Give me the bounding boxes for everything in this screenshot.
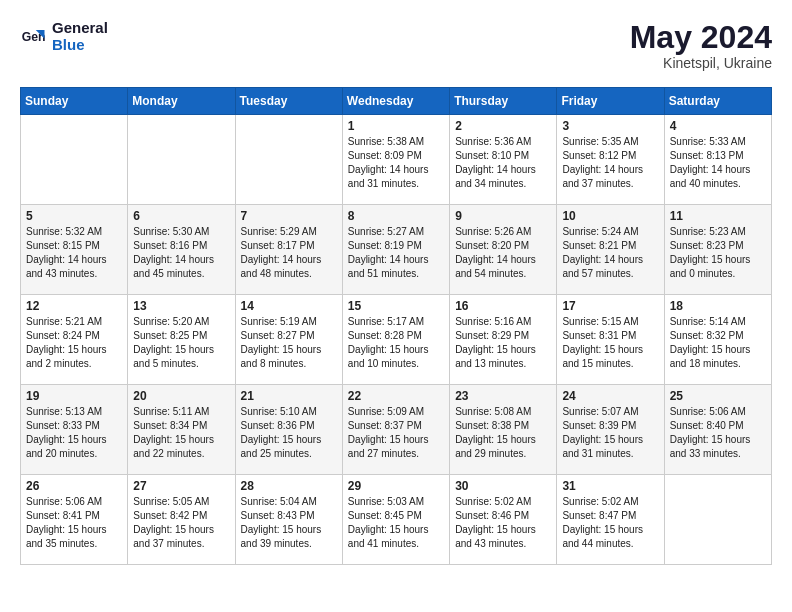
calendar-cell: 22Sunrise: 5:09 AM Sunset: 8:37 PM Dayli… xyxy=(342,385,449,475)
day-number: 15 xyxy=(348,299,444,313)
calendar-cell: 10Sunrise: 5:24 AM Sunset: 8:21 PM Dayli… xyxy=(557,205,664,295)
calendar-cell: 12Sunrise: 5:21 AM Sunset: 8:24 PM Dayli… xyxy=(21,295,128,385)
day-info: Sunrise: 5:33 AM Sunset: 8:13 PM Dayligh… xyxy=(670,135,766,191)
calendar-cell: 28Sunrise: 5:04 AM Sunset: 8:43 PM Dayli… xyxy=(235,475,342,565)
day-info: Sunrise: 5:26 AM Sunset: 8:20 PM Dayligh… xyxy=(455,225,551,281)
day-number: 24 xyxy=(562,389,658,403)
day-info: Sunrise: 5:30 AM Sunset: 8:16 PM Dayligh… xyxy=(133,225,229,281)
calendar-cell: 20Sunrise: 5:11 AM Sunset: 8:34 PM Dayli… xyxy=(128,385,235,475)
day-info: Sunrise: 5:27 AM Sunset: 8:19 PM Dayligh… xyxy=(348,225,444,281)
calendar-cell xyxy=(664,475,771,565)
calendar-cell: 3Sunrise: 5:35 AM Sunset: 8:12 PM Daylig… xyxy=(557,115,664,205)
day-number: 13 xyxy=(133,299,229,313)
day-info: Sunrise: 5:16 AM Sunset: 8:29 PM Dayligh… xyxy=(455,315,551,371)
day-number: 23 xyxy=(455,389,551,403)
day-info: Sunrise: 5:17 AM Sunset: 8:28 PM Dayligh… xyxy=(348,315,444,371)
day-info: Sunrise: 5:23 AM Sunset: 8:23 PM Dayligh… xyxy=(670,225,766,281)
day-info: Sunrise: 5:09 AM Sunset: 8:37 PM Dayligh… xyxy=(348,405,444,461)
day-number: 17 xyxy=(562,299,658,313)
calendar-week-row: 26Sunrise: 5:06 AM Sunset: 8:41 PM Dayli… xyxy=(21,475,772,565)
calendar-cell: 31Sunrise: 5:02 AM Sunset: 8:47 PM Dayli… xyxy=(557,475,664,565)
day-number: 31 xyxy=(562,479,658,493)
calendar-cell xyxy=(235,115,342,205)
day-number: 2 xyxy=(455,119,551,133)
day-number: 14 xyxy=(241,299,337,313)
day-info: Sunrise: 5:04 AM Sunset: 8:43 PM Dayligh… xyxy=(241,495,337,551)
weekday-header-friday: Friday xyxy=(557,88,664,115)
calendar-cell: 2Sunrise: 5:36 AM Sunset: 8:10 PM Daylig… xyxy=(450,115,557,205)
day-info: Sunrise: 5:06 AM Sunset: 8:41 PM Dayligh… xyxy=(26,495,122,551)
calendar-cell: 23Sunrise: 5:08 AM Sunset: 8:38 PM Dayli… xyxy=(450,385,557,475)
day-number: 29 xyxy=(348,479,444,493)
day-info: Sunrise: 5:35 AM Sunset: 8:12 PM Dayligh… xyxy=(562,135,658,191)
logo-icon: Gen xyxy=(20,23,48,51)
calendar-cell: 25Sunrise: 5:06 AM Sunset: 8:40 PM Dayli… xyxy=(664,385,771,475)
calendar-cell: 13Sunrise: 5:20 AM Sunset: 8:25 PM Dayli… xyxy=(128,295,235,385)
day-number: 3 xyxy=(562,119,658,133)
day-number: 21 xyxy=(241,389,337,403)
calendar-cell xyxy=(128,115,235,205)
calendar-cell: 7Sunrise: 5:29 AM Sunset: 8:17 PM Daylig… xyxy=(235,205,342,295)
calendar-cell: 9Sunrise: 5:26 AM Sunset: 8:20 PM Daylig… xyxy=(450,205,557,295)
day-number: 1 xyxy=(348,119,444,133)
day-info: Sunrise: 5:05 AM Sunset: 8:42 PM Dayligh… xyxy=(133,495,229,551)
calendar-cell: 27Sunrise: 5:05 AM Sunset: 8:42 PM Dayli… xyxy=(128,475,235,565)
day-info: Sunrise: 5:11 AM Sunset: 8:34 PM Dayligh… xyxy=(133,405,229,461)
day-info: Sunrise: 5:29 AM Sunset: 8:17 PM Dayligh… xyxy=(241,225,337,281)
day-number: 8 xyxy=(348,209,444,223)
calendar-cell: 30Sunrise: 5:02 AM Sunset: 8:46 PM Dayli… xyxy=(450,475,557,565)
weekday-header-tuesday: Tuesday xyxy=(235,88,342,115)
day-info: Sunrise: 5:08 AM Sunset: 8:38 PM Dayligh… xyxy=(455,405,551,461)
calendar-cell: 6Sunrise: 5:30 AM Sunset: 8:16 PM Daylig… xyxy=(128,205,235,295)
calendar-cell: 4Sunrise: 5:33 AM Sunset: 8:13 PM Daylig… xyxy=(664,115,771,205)
calendar-cell: 14Sunrise: 5:19 AM Sunset: 8:27 PM Dayli… xyxy=(235,295,342,385)
calendar-cell: 11Sunrise: 5:23 AM Sunset: 8:23 PM Dayli… xyxy=(664,205,771,295)
calendar-cell: 29Sunrise: 5:03 AM Sunset: 8:45 PM Dayli… xyxy=(342,475,449,565)
day-number: 19 xyxy=(26,389,122,403)
weekday-header-row: SundayMondayTuesdayWednesdayThursdayFrid… xyxy=(21,88,772,115)
day-number: 28 xyxy=(241,479,337,493)
day-number: 25 xyxy=(670,389,766,403)
day-info: Sunrise: 5:19 AM Sunset: 8:27 PM Dayligh… xyxy=(241,315,337,371)
calendar-cell: 26Sunrise: 5:06 AM Sunset: 8:41 PM Dayli… xyxy=(21,475,128,565)
calendar-cell: 15Sunrise: 5:17 AM Sunset: 8:28 PM Dayli… xyxy=(342,295,449,385)
day-info: Sunrise: 5:24 AM Sunset: 8:21 PM Dayligh… xyxy=(562,225,658,281)
location: Kinetspil, Ukraine xyxy=(630,55,772,71)
day-info: Sunrise: 5:15 AM Sunset: 8:31 PM Dayligh… xyxy=(562,315,658,371)
weekday-header-saturday: Saturday xyxy=(664,88,771,115)
day-number: 7 xyxy=(241,209,337,223)
day-number: 30 xyxy=(455,479,551,493)
day-number: 26 xyxy=(26,479,122,493)
calendar-cell: 16Sunrise: 5:16 AM Sunset: 8:29 PM Dayli… xyxy=(450,295,557,385)
day-number: 22 xyxy=(348,389,444,403)
weekday-header-wednesday: Wednesday xyxy=(342,88,449,115)
calendar-cell: 8Sunrise: 5:27 AM Sunset: 8:19 PM Daylig… xyxy=(342,205,449,295)
day-info: Sunrise: 5:32 AM Sunset: 8:15 PM Dayligh… xyxy=(26,225,122,281)
day-info: Sunrise: 5:21 AM Sunset: 8:24 PM Dayligh… xyxy=(26,315,122,371)
calendar-week-row: 19Sunrise: 5:13 AM Sunset: 8:33 PM Dayli… xyxy=(21,385,772,475)
day-number: 16 xyxy=(455,299,551,313)
day-number: 20 xyxy=(133,389,229,403)
day-info: Sunrise: 5:14 AM Sunset: 8:32 PM Dayligh… xyxy=(670,315,766,371)
calendar-week-row: 1Sunrise: 5:38 AM Sunset: 8:09 PM Daylig… xyxy=(21,115,772,205)
day-number: 4 xyxy=(670,119,766,133)
day-info: Sunrise: 5:10 AM Sunset: 8:36 PM Dayligh… xyxy=(241,405,337,461)
calendar-cell: 5Sunrise: 5:32 AM Sunset: 8:15 PM Daylig… xyxy=(21,205,128,295)
day-info: Sunrise: 5:06 AM Sunset: 8:40 PM Dayligh… xyxy=(670,405,766,461)
calendar-week-row: 12Sunrise: 5:21 AM Sunset: 8:24 PM Dayli… xyxy=(21,295,772,385)
day-number: 12 xyxy=(26,299,122,313)
calendar-cell: 21Sunrise: 5:10 AM Sunset: 8:36 PM Dayli… xyxy=(235,385,342,475)
calendar-cell: 17Sunrise: 5:15 AM Sunset: 8:31 PM Dayli… xyxy=(557,295,664,385)
day-number: 6 xyxy=(133,209,229,223)
day-info: Sunrise: 5:13 AM Sunset: 8:33 PM Dayligh… xyxy=(26,405,122,461)
day-info: Sunrise: 5:20 AM Sunset: 8:25 PM Dayligh… xyxy=(133,315,229,371)
day-number: 11 xyxy=(670,209,766,223)
day-number: 27 xyxy=(133,479,229,493)
calendar-cell: 19Sunrise: 5:13 AM Sunset: 8:33 PM Dayli… xyxy=(21,385,128,475)
calendar-week-row: 5Sunrise: 5:32 AM Sunset: 8:15 PM Daylig… xyxy=(21,205,772,295)
day-info: Sunrise: 5:03 AM Sunset: 8:45 PM Dayligh… xyxy=(348,495,444,551)
title-block: May 2024 Kinetspil, Ukraine xyxy=(630,20,772,71)
day-info: Sunrise: 5:36 AM Sunset: 8:10 PM Dayligh… xyxy=(455,135,551,191)
weekday-header-monday: Monday xyxy=(128,88,235,115)
day-info: Sunrise: 5:07 AM Sunset: 8:39 PM Dayligh… xyxy=(562,405,658,461)
